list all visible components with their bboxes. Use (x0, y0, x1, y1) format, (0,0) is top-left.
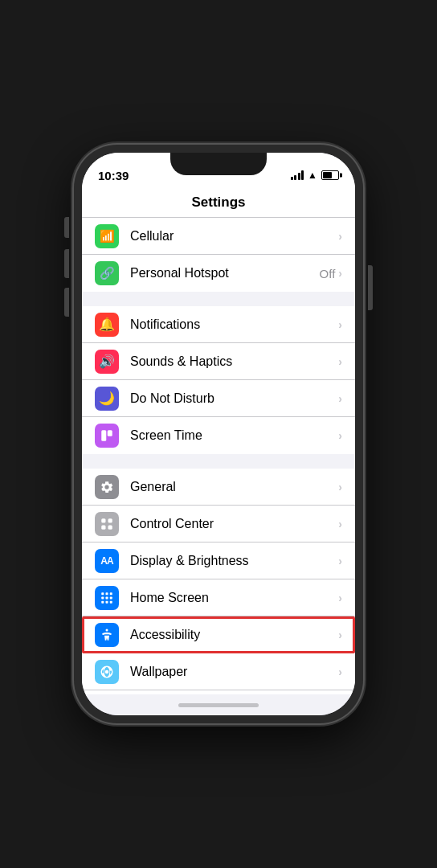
svg-rect-13 (106, 600, 108, 603)
network-list: 📶 Cellular › 🔗 Personal Hotspot Off › (82, 218, 355, 292)
svg-rect-6 (101, 592, 104, 595)
settings-item-accessibility[interactable]: Accessibility › (82, 616, 355, 653)
home-bar (178, 703, 259, 707)
accessibility-chevron: › (338, 628, 342, 641)
svg-rect-4 (101, 525, 105, 529)
settings-item-sounds[interactable]: 🔊 Sounds & Haptics › (82, 343, 355, 380)
screen-content: 10:39 ▲ Settings (82, 153, 355, 715)
wifi-icon: ▲ (308, 170, 317, 181)
settings-item-display[interactable]: AA Display & Brightness › (82, 542, 355, 579)
settings-item-cellular[interactable]: 📶 Cellular › (82, 218, 355, 255)
settings-item-siri[interactable]: Siri & Search › (82, 690, 355, 694)
battery-icon (321, 170, 339, 180)
settings-item-home-screen[interactable]: Home Screen › (82, 579, 355, 616)
cellular-chevron: › (338, 230, 342, 243)
dnd-icon: 🌙 (95, 387, 119, 411)
settings-item-screen-time[interactable]: Screen Time › (82, 417, 355, 454)
section-network: 📶 Cellular › 🔗 Personal Hotspot Off › (82, 218, 355, 292)
dnd-chevron: › (338, 392, 342, 405)
settings-scroll[interactable]: 📶 Cellular › 🔗 Personal Hotspot Off › (82, 218, 355, 694)
svg-rect-10 (106, 596, 108, 599)
svg-rect-9 (101, 596, 104, 599)
phone-frame: 10:39 ▲ Settings (74, 145, 363, 723)
cellular-label: Cellular (130, 229, 338, 244)
notifications-icon: 🔔 (95, 313, 119, 337)
svg-rect-12 (101, 600, 104, 603)
home-screen-chevron: › (338, 592, 342, 604)
hotspot-value: Off (320, 267, 336, 280)
settings-item-wallpaper[interactable]: Wallpaper › (82, 653, 355, 690)
wallpaper-chevron: › (338, 665, 342, 678)
svg-rect-2 (101, 518, 105, 522)
phone-screen: 10:39 ▲ Settings (82, 153, 355, 715)
volume-up-button[interactable] (64, 249, 69, 278)
control-center-label: Control Center (130, 517, 338, 531)
display-label: Display & Brightness (130, 554, 338, 568)
gap-1 (82, 292, 355, 306)
svg-rect-0 (101, 430, 106, 441)
alerts-list: 🔔 Notifications › 🔊 Sounds & Haptics › (82, 306, 355, 454)
wallpaper-label: Wallpaper (130, 665, 338, 679)
sounds-icon: 🔊 (95, 350, 119, 374)
settings-item-dnd[interactable]: 🌙 Do Not Disturb › (82, 380, 355, 417)
nav-bar: Settings (82, 188, 355, 218)
hotspot-icon: 🔗 (95, 261, 119, 285)
control-center-icon (95, 512, 119, 536)
power-button[interactable] (368, 265, 373, 310)
section-alerts: 🔔 Notifications › 🔊 Sounds & Haptics › (82, 306, 355, 454)
wallpaper-icon (95, 660, 119, 684)
screen-time-label: Screen Time (130, 428, 338, 443)
section-system: General › Control Center › A (82, 469, 355, 694)
general-icon (95, 475, 119, 499)
display-icon: AA (95, 549, 119, 573)
gap-2 (82, 454, 355, 469)
cellular-icon: 📶 (95, 224, 119, 248)
svg-rect-5 (108, 525, 112, 529)
settings-item-personal-hotspot[interactable]: 🔗 Personal Hotspot Off › (82, 255, 355, 292)
home-indicator (82, 694, 355, 715)
sounds-chevron: › (338, 355, 342, 368)
settings-item-general[interactable]: General › (82, 469, 355, 506)
home-screen-label: Home Screen (130, 591, 338, 605)
system-list: General › Control Center › A (82, 469, 355, 694)
general-label: General (130, 480, 338, 494)
nav-title: Settings (191, 194, 245, 210)
svg-rect-14 (110, 600, 112, 603)
svg-point-15 (106, 628, 108, 631)
status-icons: ▲ (291, 170, 339, 181)
settings-item-control-center[interactable]: Control Center › (82, 506, 355, 542)
svg-rect-7 (106, 592, 108, 595)
svg-point-16 (105, 669, 109, 674)
hotspot-label: Personal Hotspot (130, 266, 320, 280)
accessibility-icon (95, 623, 119, 647)
status-time: 10:39 (98, 169, 129, 182)
display-chevron: › (338, 555, 342, 567)
hotspot-chevron: › (338, 267, 342, 280)
general-chevron: › (338, 481, 342, 493)
notifications-chevron: › (338, 318, 342, 331)
signal-icon (291, 170, 304, 180)
silent-button[interactable] (64, 217, 69, 238)
svg-rect-1 (108, 430, 112, 436)
control-center-chevron: › (338, 518, 342, 530)
notifications-label: Notifications (130, 317, 338, 332)
svg-rect-11 (110, 596, 112, 599)
screen-time-chevron: › (338, 429, 342, 442)
settings-item-notifications[interactable]: 🔔 Notifications › (82, 306, 355, 343)
svg-rect-3 (108, 518, 112, 522)
status-bar: 10:39 ▲ (82, 153, 355, 188)
volume-down-button[interactable] (64, 288, 69, 317)
notch (170, 153, 267, 175)
sounds-label: Sounds & Haptics (130, 354, 338, 369)
battery-fill (323, 172, 332, 178)
home-screen-icon (95, 586, 119, 610)
accessibility-label: Accessibility (130, 628, 338, 642)
svg-rect-8 (110, 592, 112, 595)
dnd-label: Do Not Disturb (130, 391, 338, 406)
screen-time-icon (95, 424, 119, 448)
